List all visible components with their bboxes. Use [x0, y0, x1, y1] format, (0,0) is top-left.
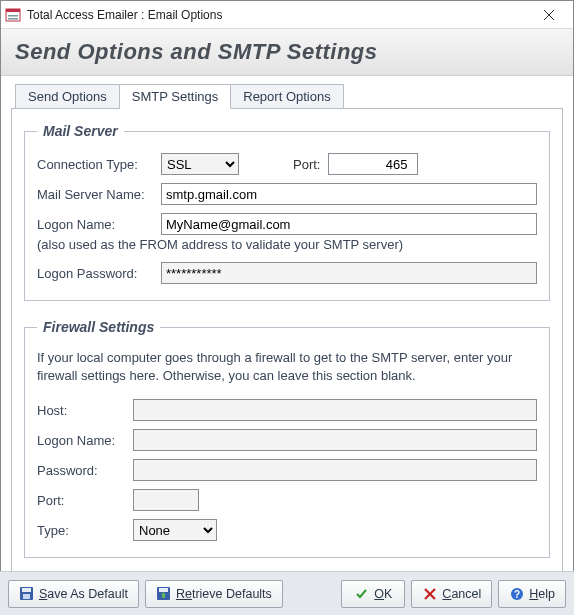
logon-password-label: Logon Password: — [37, 266, 161, 281]
close-icon — [544, 10, 554, 20]
firewall-description: If your local computer goes through a fi… — [37, 349, 537, 385]
tab-panel: Mail Server Connection Type: SSL Port: M… — [11, 108, 563, 606]
port-label: Port: — [293, 157, 320, 172]
fw-host-label: Host: — [37, 403, 133, 418]
fw-type-select[interactable]: None — [133, 519, 217, 541]
logon-name-input[interactable] — [161, 213, 537, 235]
svg-rect-2 — [8, 15, 18, 17]
fw-password-input[interactable] — [133, 459, 537, 481]
cancel-icon — [422, 586, 437, 601]
fw-host-input[interactable] — [133, 399, 537, 421]
server-name-label: Mail Server Name: — [37, 187, 161, 202]
window-title: Total Access Emailer : Email Options — [27, 8, 529, 22]
logon-hint: (also used as the FROM address to valida… — [37, 237, 537, 252]
retrieve-icon — [156, 586, 171, 601]
fw-logon-label: Logon Name: — [37, 433, 133, 448]
title-bar: Total Access Emailer : Email Options — [1, 1, 573, 29]
cancel-button[interactable]: Cancel — [411, 580, 492, 608]
fw-port-label: Port: — [37, 493, 133, 508]
mail-server-group: Mail Server Connection Type: SSL Port: M… — [24, 123, 550, 301]
help-button[interactable]: ? Help — [498, 580, 566, 608]
server-name-input[interactable] — [161, 183, 537, 205]
save-as-default-button[interactable]: Save As Default — [8, 580, 139, 608]
svg-rect-7 — [22, 588, 31, 592]
svg-text:?: ? — [514, 588, 520, 599]
mail-server-legend: Mail Server — [37, 123, 124, 139]
button-bar: Save As Default Retrieve Defaults OK Can… — [0, 571, 574, 615]
firewall-legend: Firewall Settings — [37, 319, 160, 335]
svg-rect-10 — [159, 588, 168, 592]
firewall-group: Firewall Settings If your local computer… — [24, 319, 550, 558]
tab-strip: Send Options SMTP Settings Report Option… — [15, 84, 563, 109]
ok-button[interactable]: OK — [341, 580, 405, 608]
svg-rect-8 — [23, 594, 30, 599]
fw-password-label: Password: — [37, 463, 133, 478]
svg-rect-1 — [6, 9, 20, 12]
page-header: Send Options and SMTP Settings — [1, 29, 573, 76]
connection-type-label: Connection Type: — [37, 157, 161, 172]
tab-send-options[interactable]: Send Options — [15, 84, 120, 109]
tab-report-options[interactable]: Report Options — [231, 84, 343, 109]
fw-logon-input[interactable] — [133, 429, 537, 451]
port-input[interactable] — [328, 153, 418, 175]
logon-password-input[interactable] — [161, 262, 537, 284]
connection-type-select[interactable]: SSL — [161, 153, 239, 175]
check-icon — [354, 586, 369, 601]
svg-rect-3 — [8, 18, 18, 20]
tab-smtp-settings[interactable]: SMTP Settings — [120, 84, 231, 109]
fw-port-input[interactable] — [133, 489, 199, 511]
page-title: Send Options and SMTP Settings — [15, 39, 559, 65]
logon-name-label: Logon Name: — [37, 217, 161, 232]
help-icon: ? — [509, 586, 524, 601]
save-icon — [19, 586, 34, 601]
close-button[interactable] — [529, 1, 569, 28]
retrieve-defaults-button[interactable]: Retrieve Defaults — [145, 580, 283, 608]
app-icon — [5, 7, 21, 23]
fw-type-label: Type: — [37, 523, 133, 538]
